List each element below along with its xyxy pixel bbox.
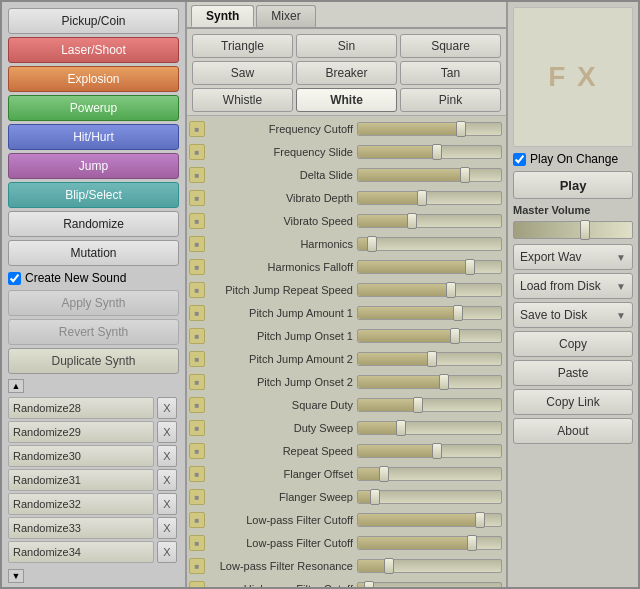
slider-thumb[interactable] (370, 489, 380, 505)
laser-shoot-button[interactable]: Laser/Shoot (8, 37, 179, 63)
slider-thumb[interactable] (446, 282, 456, 298)
slider-track[interactable] (357, 260, 502, 274)
duplicate-synth-button[interactable]: Duplicate Synth (8, 348, 179, 374)
synth-type-saw[interactable]: Saw (192, 61, 293, 85)
randomize-item-label[interactable]: Randomize30 (8, 445, 154, 467)
hit-hurt-button[interactable]: Hit/Hurt (8, 124, 179, 150)
revert-synth-button[interactable]: Revert Synth (8, 319, 179, 345)
play-on-change-checkbox[interactable] (513, 153, 526, 166)
slider-track[interactable] (357, 444, 502, 458)
scroll-up-arrow[interactable]: ▲ (8, 379, 24, 393)
slider-track[interactable] (357, 536, 502, 550)
copy-link-button[interactable]: Copy Link (513, 389, 633, 415)
randomize-item-label[interactable]: Randomize34 (8, 541, 154, 563)
slider-thumb[interactable] (396, 420, 406, 436)
slider-thumb[interactable] (432, 144, 442, 160)
slider-thumb[interactable] (460, 167, 470, 183)
slider-track[interactable] (357, 513, 502, 527)
slider-track[interactable] (357, 168, 502, 182)
slider-track[interactable] (357, 237, 502, 251)
slider-thumb[interactable] (384, 558, 394, 574)
randomize-item-label[interactable]: Randomize32 (8, 493, 154, 515)
play-button[interactable]: Play (513, 171, 633, 199)
slider-track[interactable] (357, 490, 502, 504)
tab-mixer[interactable]: Mixer (256, 5, 315, 27)
randomize-item-label[interactable]: Randomize33 (8, 517, 154, 539)
slider-thumb[interactable] (367, 236, 377, 252)
slider-fill (358, 192, 422, 204)
explosion-button[interactable]: Explosion (8, 66, 179, 92)
export-wav-button[interactable]: Export Wav ▼ (513, 244, 633, 270)
synth-type-sin[interactable]: Sin (296, 34, 397, 58)
copy-button[interactable]: Copy (513, 331, 633, 357)
jump-button[interactable]: Jump (8, 153, 179, 179)
apply-synth-button[interactable]: Apply Synth (8, 290, 179, 316)
synth-type-square[interactable]: Square (400, 34, 501, 58)
slider-track[interactable] (357, 352, 502, 366)
mutation-button[interactable]: Mutation (8, 240, 179, 266)
scroll-down-arrow[interactable]: ▼ (8, 569, 24, 583)
export-wav-arrow: ▼ (616, 252, 626, 263)
pickup-coin-button[interactable]: Pickup/Coin (8, 8, 179, 34)
slider-thumb[interactable] (432, 443, 442, 459)
slider-thumb[interactable] (467, 535, 477, 551)
randomize-delete-button[interactable]: X (157, 541, 177, 563)
slider-thumb[interactable] (475, 512, 485, 528)
master-volume-slider[interactable] (513, 221, 633, 239)
synth-type-white[interactable]: White (296, 88, 397, 112)
randomize-delete-button[interactable]: X (157, 397, 177, 419)
slider-icon: ■ (189, 190, 205, 206)
synth-type-triangle[interactable]: Triangle (192, 34, 293, 58)
about-button[interactable]: About (513, 418, 633, 444)
randomize-delete-button[interactable]: X (157, 469, 177, 491)
slider-track[interactable] (357, 398, 502, 412)
slider-track[interactable] (357, 329, 502, 343)
paste-button[interactable]: Paste (513, 360, 633, 386)
randomize-delete-button[interactable]: X (157, 421, 177, 443)
randomize-button[interactable]: Randomize (8, 211, 179, 237)
powerup-button[interactable]: Powerup (8, 95, 179, 121)
randomize-list-inner: Randomize28XRandomize29XRandomize30XRand… (8, 397, 179, 565)
synth-type-whistle[interactable]: Whistle (192, 88, 293, 112)
randomize-delete-button[interactable]: X (157, 445, 177, 467)
randomize-delete-button[interactable]: X (157, 493, 177, 515)
create-new-sound-checkbox[interactable] (8, 272, 21, 285)
slider-thumb[interactable] (465, 259, 475, 275)
save-to-disk-button[interactable]: Save to Disk ▼ (513, 302, 633, 328)
slider-track[interactable] (357, 214, 502, 228)
slider-track[interactable] (357, 467, 502, 481)
slider-thumb[interactable] (450, 328, 460, 344)
synth-type-breaker[interactable]: Breaker (296, 61, 397, 85)
randomize-delete-button[interactable]: X (157, 517, 177, 539)
slider-track[interactable] (357, 122, 502, 136)
slider-thumb[interactable] (379, 466, 389, 482)
slider-thumb[interactable] (439, 374, 449, 390)
slider-track[interactable] (357, 283, 502, 297)
slider-row: ■Pitch Jump Amount 2 (189, 348, 504, 370)
slider-thumb[interactable] (407, 213, 417, 229)
slider-track[interactable] (357, 421, 502, 435)
slider-track[interactable] (357, 375, 502, 389)
blip-select-button[interactable]: Blip/Select (8, 182, 179, 208)
slider-thumb[interactable] (364, 581, 374, 587)
slider-track[interactable] (357, 191, 502, 205)
randomize-item-label[interactable]: Randomize28 (8, 397, 154, 419)
synth-type-tan[interactable]: Tan (400, 61, 501, 85)
slider-thumb[interactable] (417, 190, 427, 206)
slider-track[interactable] (357, 306, 502, 320)
randomize-item-label[interactable]: Randomize31 (8, 469, 154, 491)
slider-track[interactable] (357, 559, 502, 573)
master-volume-thumb[interactable] (580, 220, 590, 240)
load-from-disk-button[interactable]: Load from Disk ▼ (513, 273, 633, 299)
slider-thumb[interactable] (413, 397, 423, 413)
slider-thumb[interactable] (427, 351, 437, 367)
slider-track[interactable] (357, 582, 502, 587)
randomize-item-label[interactable]: Randomize29 (8, 421, 154, 443)
slider-thumb[interactable] (453, 305, 463, 321)
tab-synth[interactable]: Synth (191, 5, 254, 27)
sliders-scroll[interactable]: ■Frequency Cutoff■Frequency Slide■Delta … (187, 116, 506, 587)
synth-type-pink[interactable]: Pink (400, 88, 501, 112)
tab-bar: SynthMixer (187, 2, 506, 29)
slider-thumb[interactable] (456, 121, 466, 137)
slider-track[interactable] (357, 145, 502, 159)
